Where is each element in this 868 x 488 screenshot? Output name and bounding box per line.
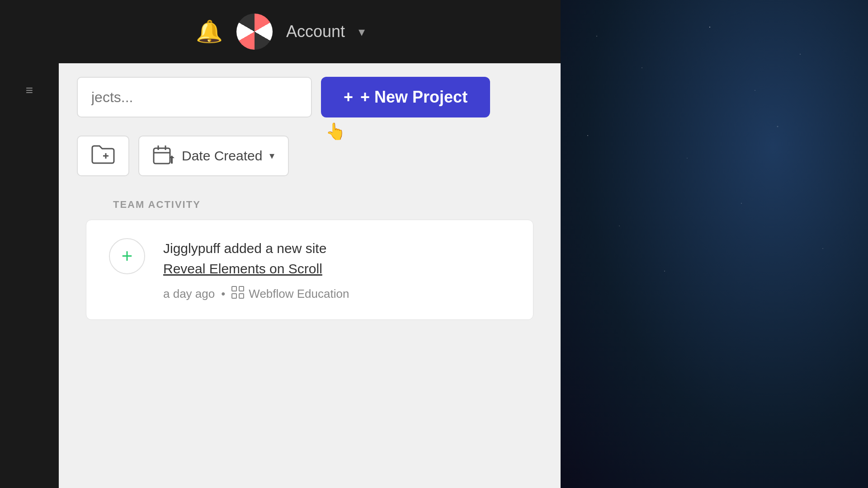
activity-title: Jigglypuff added a new site Reveal Eleme… (163, 238, 510, 279)
top-actions-row: + + New Project (77, 77, 542, 117)
content-area: + + New Project (59, 63, 561, 333)
new-project-label: + New Project (360, 88, 467, 107)
plus-icon: + (122, 247, 133, 266)
svg-rect-7 (239, 286, 244, 291)
top-navigation: 🔔 Account ▾ (0, 0, 561, 63)
workspace-name: Webflow Education (249, 287, 349, 301)
activity-site-name[interactable]: Reveal Elements on Scroll (163, 261, 322, 276)
activity-card: + Jigglypuff added a new site Reveal Ele… (86, 220, 533, 320)
svg-rect-8 (232, 294, 236, 298)
chevron-down-icon[interactable]: ▾ (359, 24, 365, 39)
sort-chevron-icon: ▾ (269, 150, 274, 162)
meta-separator: • (221, 287, 225, 301)
activity-time: a day ago (163, 287, 215, 301)
background-stars (552, 0, 868, 488)
activity-card-content: Jigglypuff added a new site Reveal Eleme… (163, 238, 510, 301)
activity-user: Jigglypuff (163, 241, 220, 256)
activity-plus-icon-circle: + (109, 238, 145, 274)
sort-date-icon (153, 145, 175, 168)
team-activity-heading: TEAM ACTIVITY (113, 199, 542, 211)
filter-folder-icon (91, 144, 115, 168)
filter-sort-row: Date Created ▾ (77, 136, 542, 176)
new-project-plus-icon: + (344, 88, 353, 107)
search-input[interactable] (77, 77, 312, 117)
activity-action: added a new site (224, 241, 327, 256)
svg-rect-6 (232, 286, 236, 291)
filter-button[interactable] (77, 136, 129, 176)
sort-date-button[interactable]: Date Created ▾ (138, 136, 289, 176)
team-activity-section: TEAM ACTIVITY + Jigglypuff added a new s… (77, 199, 542, 320)
workspace-grid-icon (231, 286, 244, 301)
svg-rect-2 (154, 148, 170, 164)
notification-bell-icon[interactable]: 🔔 (196, 19, 223, 44)
sort-date-label: Date Created (182, 148, 262, 164)
activity-meta: a day ago • Webflow E (163, 286, 510, 301)
svg-rect-9 (239, 294, 244, 298)
account-label: Account (286, 22, 345, 41)
main-content: 🔔 Account ▾ ≡ + + New Project (0, 0, 561, 488)
hamburger-menu-icon[interactable]: ≡ (26, 81, 33, 99)
new-project-button[interactable]: + + New Project (321, 77, 490, 117)
nav-right-section: 🔔 Account ▾ (196, 14, 365, 50)
sidebar-panel: ≡ (0, 63, 59, 488)
workspace-info: Webflow Education (231, 286, 349, 301)
avatar[interactable] (236, 14, 273, 50)
